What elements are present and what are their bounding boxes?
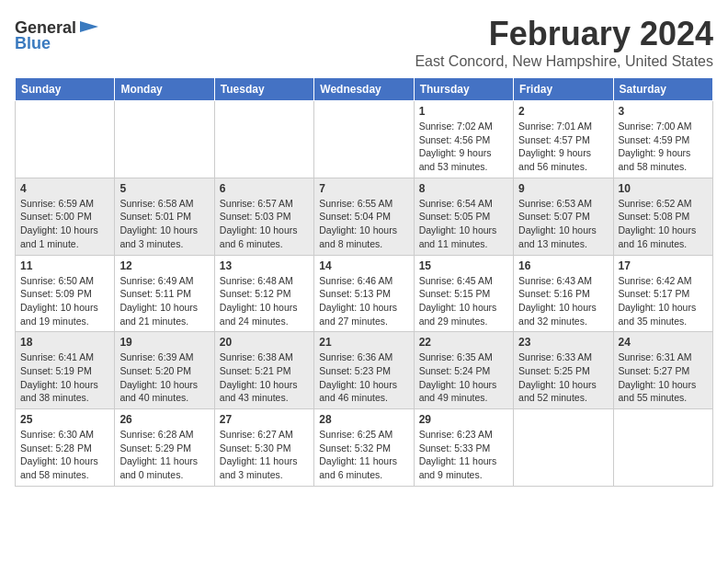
calendar-header-saturday: Saturday (613, 78, 712, 101)
day-number: 10 (619, 182, 708, 195)
calendar-table: SundayMondayTuesdayWednesdayThursdayFrid… (15, 77, 713, 487)
day-info: Sunrise: 6:43 AMSunset: 5:16 PMDaylight:… (518, 274, 608, 328)
day-info: Sunrise: 6:55 AMSunset: 5:04 PMDaylight:… (319, 197, 408, 251)
calendar-cell (613, 409, 712, 487)
calendar-header-sunday: Sunday (16, 78, 115, 101)
calendar-cell: 19Sunrise: 6:39 AMSunset: 5:20 PMDayligh… (115, 332, 214, 409)
day-number: 13 (220, 259, 309, 272)
day-info: Sunrise: 6:36 AMSunset: 5:23 PMDaylight:… (319, 350, 408, 405)
day-info: Sunrise: 6:25 AMSunset: 5:32 PMDaylight:… (319, 428, 408, 482)
day-info: Sunrise: 6:59 AMSunset: 5:00 PMDaylight:… (20, 197, 109, 251)
day-info: Sunrise: 7:01 AMSunset: 4:57 PMDaylight:… (518, 120, 608, 174)
calendar-cell: 18Sunrise: 6:41 AMSunset: 5:19 PMDayligh… (16, 332, 115, 409)
calendar-cell: 28Sunrise: 6:25 AMSunset: 5:32 PMDayligh… (314, 409, 414, 487)
calendar-week-row: 1Sunrise: 7:02 AMSunset: 4:56 PMDaylight… (16, 101, 713, 178)
day-info: Sunrise: 6:53 AMSunset: 5:07 PMDaylight:… (518, 197, 608, 251)
day-info: Sunrise: 6:48 AMSunset: 5:12 PMDaylight:… (220, 274, 309, 328)
logo: General Blue (15, 18, 98, 53)
day-number: 26 (119, 413, 209, 426)
day-number: 19 (119, 336, 209, 349)
page-title: February 2024 (415, 15, 713, 53)
day-number: 21 (319, 336, 408, 349)
calendar-cell: 26Sunrise: 6:28 AMSunset: 5:29 PMDayligh… (115, 409, 214, 487)
calendar-cell: 8Sunrise: 6:54 AMSunset: 5:05 PMDaylight… (414, 178, 513, 255)
day-info: Sunrise: 6:58 AMSunset: 5:01 PMDaylight:… (119, 197, 209, 251)
day-number: 22 (419, 336, 508, 349)
day-info: Sunrise: 6:23 AMSunset: 5:33 PMDaylight:… (419, 428, 508, 482)
day-info: Sunrise: 6:41 AMSunset: 5:19 PMDaylight:… (20, 350, 109, 405)
page-subtitle: East Concord, New Hampshire, United Stat… (415, 53, 713, 70)
day-info: Sunrise: 6:50 AMSunset: 5:09 PMDaylight:… (20, 274, 109, 328)
day-info: Sunrise: 7:02 AMSunset: 4:56 PMDaylight:… (419, 120, 508, 174)
calendar-cell: 12Sunrise: 6:49 AMSunset: 5:11 PMDayligh… (115, 255, 214, 332)
page-header: General Blue February 2024 East Concord,… (15, 15, 713, 70)
svg-marker-0 (80, 21, 98, 32)
logo-blue-text: Blue (15, 34, 51, 53)
day-info: Sunrise: 6:49 AMSunset: 5:11 PMDaylight:… (119, 274, 209, 328)
day-info: Sunrise: 6:57 AMSunset: 5:03 PMDaylight:… (220, 197, 309, 251)
calendar-cell: 10Sunrise: 6:52 AMSunset: 5:08 PMDayligh… (613, 178, 712, 255)
calendar-header-monday: Monday (115, 78, 214, 101)
calendar-week-row: 18Sunrise: 6:41 AMSunset: 5:19 PMDayligh… (16, 332, 713, 409)
calendar-cell: 14Sunrise: 6:46 AMSunset: 5:13 PMDayligh… (314, 255, 414, 332)
calendar-cell (115, 101, 214, 178)
calendar-header-tuesday: Tuesday (214, 78, 313, 101)
day-number: 8 (419, 182, 508, 195)
day-info: Sunrise: 6:46 AMSunset: 5:13 PMDaylight:… (319, 274, 408, 328)
day-number: 12 (119, 259, 209, 272)
day-info: Sunrise: 6:31 AMSunset: 5:27 PMDaylight:… (619, 350, 708, 405)
day-number: 17 (619, 259, 708, 272)
day-info: Sunrise: 6:27 AMSunset: 5:30 PMDaylight:… (220, 428, 309, 482)
day-number: 1 (419, 105, 508, 118)
calendar-week-row: 11Sunrise: 6:50 AMSunset: 5:09 PMDayligh… (16, 255, 713, 332)
calendar-cell: 6Sunrise: 6:57 AMSunset: 5:03 PMDaylight… (214, 178, 313, 255)
day-number: 28 (319, 413, 408, 426)
logo-flag-icon (78, 21, 98, 36)
calendar-cell (314, 101, 414, 178)
calendar-cell: 21Sunrise: 6:36 AMSunset: 5:23 PMDayligh… (314, 332, 414, 409)
day-number: 2 (518, 105, 608, 118)
calendar-cell: 23Sunrise: 6:33 AMSunset: 5:25 PMDayligh… (514, 332, 613, 409)
calendar-cell: 15Sunrise: 6:45 AMSunset: 5:15 PMDayligh… (414, 255, 513, 332)
day-number: 29 (419, 413, 508, 426)
calendar-cell: 17Sunrise: 6:42 AMSunset: 5:17 PMDayligh… (613, 255, 712, 332)
calendar-cell: 13Sunrise: 6:48 AMSunset: 5:12 PMDayligh… (214, 255, 313, 332)
calendar-cell: 4Sunrise: 6:59 AMSunset: 5:00 PMDaylight… (16, 178, 115, 255)
calendar-week-row: 25Sunrise: 6:30 AMSunset: 5:28 PMDayligh… (16, 409, 713, 487)
day-number: 6 (220, 182, 309, 195)
day-number: 14 (319, 259, 408, 272)
day-number: 9 (518, 182, 608, 195)
day-info: Sunrise: 6:38 AMSunset: 5:21 PMDaylight:… (220, 350, 309, 405)
calendar-cell: 25Sunrise: 6:30 AMSunset: 5:28 PMDayligh… (16, 409, 115, 487)
day-number: 5 (119, 182, 209, 195)
day-number: 3 (619, 105, 708, 118)
day-info: Sunrise: 6:28 AMSunset: 5:29 PMDaylight:… (119, 428, 209, 482)
calendar-cell: 27Sunrise: 6:27 AMSunset: 5:30 PMDayligh… (214, 409, 313, 487)
calendar-header-row: SundayMondayTuesdayWednesdayThursdayFrid… (16, 78, 713, 101)
calendar-cell: 16Sunrise: 6:43 AMSunset: 5:16 PMDayligh… (514, 255, 613, 332)
day-info: Sunrise: 6:54 AMSunset: 5:05 PMDaylight:… (419, 197, 508, 251)
day-info: Sunrise: 6:39 AMSunset: 5:20 PMDaylight:… (119, 350, 209, 405)
calendar-cell: 5Sunrise: 6:58 AMSunset: 5:01 PMDaylight… (115, 178, 214, 255)
day-number: 4 (20, 182, 109, 195)
day-info: Sunrise: 6:45 AMSunset: 5:15 PMDaylight:… (419, 274, 508, 328)
day-number: 24 (619, 336, 708, 349)
day-info: Sunrise: 6:52 AMSunset: 5:08 PMDaylight:… (619, 197, 708, 251)
calendar-cell: 11Sunrise: 6:50 AMSunset: 5:09 PMDayligh… (16, 255, 115, 332)
calendar-header-friday: Friday (514, 78, 613, 101)
calendar-cell: 1Sunrise: 7:02 AMSunset: 4:56 PMDaylight… (414, 101, 513, 178)
calendar-cell (514, 409, 613, 487)
calendar-header-wednesday: Wednesday (314, 78, 414, 101)
calendar-cell: 22Sunrise: 6:35 AMSunset: 5:24 PMDayligh… (414, 332, 513, 409)
calendar-week-row: 4Sunrise: 6:59 AMSunset: 5:00 PMDaylight… (16, 178, 713, 255)
day-number: 27 (220, 413, 309, 426)
day-info: Sunrise: 6:42 AMSunset: 5:17 PMDaylight:… (619, 274, 708, 328)
day-number: 23 (518, 336, 608, 349)
calendar-header-thursday: Thursday (414, 78, 513, 101)
day-number: 20 (220, 336, 309, 349)
day-number: 25 (20, 413, 109, 426)
day-number: 7 (319, 182, 408, 195)
day-number: 15 (419, 259, 508, 272)
calendar-cell: 20Sunrise: 6:38 AMSunset: 5:21 PMDayligh… (214, 332, 313, 409)
calendar-cell: 2Sunrise: 7:01 AMSunset: 4:57 PMDaylight… (514, 101, 613, 178)
